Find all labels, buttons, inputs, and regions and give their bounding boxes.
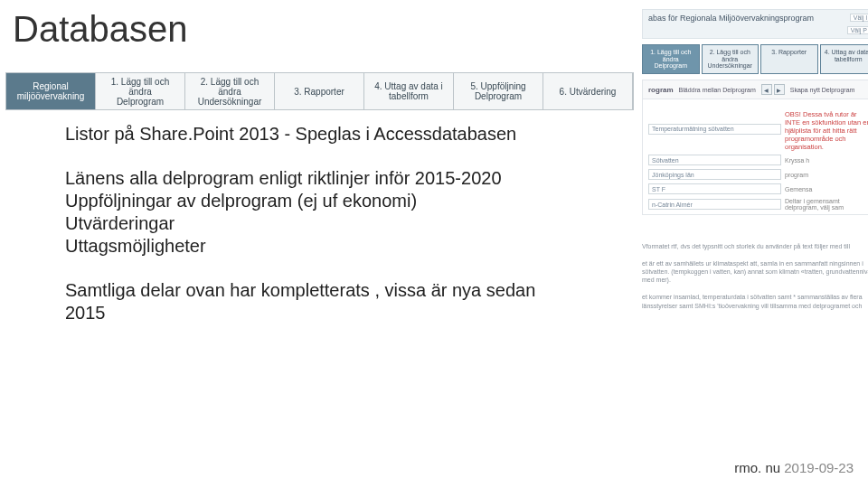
- preview-note-3: et kommer insamlad, temperaturdata i söt…: [642, 293, 868, 309]
- preview-select-1[interactable]: Välj l: [850, 14, 868, 22]
- preview-section-header: rogram Bläddra mellan Delprogram ◀ ▶ Ska…: [642, 80, 868, 99]
- slide-title: Databasen: [13, 9, 187, 50]
- tab-3-rapporter[interactable]: 3. Rapporter: [275, 73, 364, 109]
- slide-body: Listor på Share.Point 2013 - Speglas i A…: [65, 123, 571, 324]
- tab-2-undersokningar[interactable]: 2. Lägg till och ändraUndersökningar: [185, 73, 275, 109]
- footer-date: 2019-09-23: [784, 460, 854, 475]
- preview-titlebar: abas för Regionala Miljöövervakningsprog…: [642, 9, 868, 39]
- tab-4-uttag[interactable]: 4. Uttag av data itabellform: [364, 73, 454, 109]
- preview-note-1: Vformatet rtf, dvs det typsnitt och stor…: [642, 242, 868, 250]
- tab-6-utvardering[interactable]: 6. Utvärdering: [543, 73, 633, 109]
- preview-title-text: abas för Regionala Miljöövervakningsprog…: [648, 14, 814, 23]
- body-line-5: Uttagsmöjligheter: [65, 235, 571, 258]
- tab-1-delprogram[interactable]: 1. Lägg till och ändraDelprogram: [96, 73, 185, 109]
- body-line-1: Listor på Share.Point 2013 - Speglas i A…: [65, 123, 571, 145]
- preview-obs-note: OBS! Dessa två rutor är INTE en sökfunkt…: [785, 110, 868, 151]
- prev-icon[interactable]: ◀: [761, 84, 772, 95]
- preview-field-5[interactable]: n-Catrin Almér: [648, 199, 781, 210]
- preview-pager: ◀ ▶: [761, 84, 785, 95]
- preview-section-title: rogram: [648, 86, 674, 94]
- preview-browse-label: Bläddra mellan Delprogram: [679, 87, 756, 93]
- tab-regional[interactable]: Regionalmiljöövervakning: [6, 73, 96, 109]
- app-preview: abas för Regionala Miljöövervakningsprog…: [642, 9, 868, 310]
- preview-create-label[interactable]: Skapa nytt Delprogram: [790, 87, 855, 93]
- preview-side-3: Gemensa: [785, 186, 868, 192]
- body-line-4: Utvärderingar: [65, 212, 571, 235]
- body-line-2: Länens alla delprogram enligt riktlinjer…: [65, 167, 571, 190]
- preview-field-4[interactable]: ST F: [648, 183, 781, 194]
- footer-site: rmo. nu: [734, 460, 780, 475]
- slide-footer: rmo. nu 2019-09-23: [734, 460, 854, 475]
- preview-select-2[interactable]: Välj P: [847, 26, 868, 34]
- preview-field-1[interactable]: Temperaturmätning sötvatten: [648, 124, 781, 135]
- preview-note-2: et är ett av samhällets ur klimataspekt …: [642, 259, 868, 284]
- preview-side-1: Kryssa h: [785, 157, 868, 164]
- app-tabs-strip: Regionalmiljöövervakning 1. Lägg till oc…: [5, 72, 634, 110]
- next-icon[interactable]: ▶: [774, 84, 785, 95]
- body-line-3: Uppföljningar av delprogram (ej uf ekono…: [65, 190, 571, 212]
- preview-field-3[interactable]: Jönköpings län: [648, 169, 781, 180]
- preview-tab-3[interactable]: 3. Rapporter: [760, 44, 818, 74]
- preview-tab-4[interactable]: 4. Uttag av data itabellform: [820, 44, 869, 74]
- preview-tab-2[interactable]: 2. Lägg till och ändraUndersökningar: [702, 44, 760, 74]
- tab-5-uppfoljning[interactable]: 5. UppföljningDelprogram: [454, 73, 543, 109]
- preview-ribbon: 1. Lägg till och ändraDelprogram 2. Lägg…: [642, 44, 868, 74]
- preview-form: Temperaturmätning sötvatten OBS! Dessa t…: [642, 99, 868, 215]
- body-line-6: Samtliga delar ovan har kompletterats , …: [65, 279, 571, 324]
- preview-tab-1[interactable]: 1. Lägg till och ändraDelprogram: [642, 44, 700, 74]
- preview-side-4: Deltar i gemensamt delprogram, välj sam: [785, 198, 868, 211]
- preview-side-2: program: [785, 172, 868, 178]
- preview-field-2[interactable]: Sötvatten: [648, 155, 781, 165]
